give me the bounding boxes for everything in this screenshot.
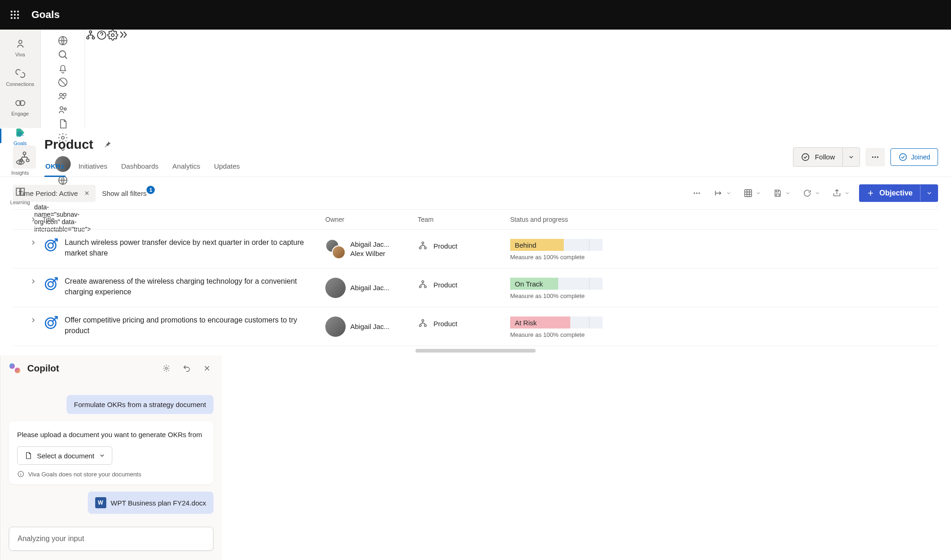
owner-avatar[interactable] <box>325 239 346 259</box>
progress-bar[interactable]: Behind <box>510 239 603 251</box>
insights-icon <box>14 156 26 168</box>
expand-row-icon[interactable] <box>30 239 38 246</box>
viva-icon <box>14 38 26 50</box>
team-small-icon <box>418 241 428 251</box>
horizontal-scrollbar[interactable] <box>415 349 536 353</box>
subnav-gear-icon[interactable] <box>107 30 118 128</box>
toolbar-more-icon[interactable] <box>689 185 705 201</box>
subnav-expand-icon[interactable] <box>118 30 128 128</box>
add-objective-button[interactable]: Objective <box>859 184 938 202</box>
joined-button[interactable]: Joined <box>890 148 938 166</box>
copilot-input[interactable]: Analyzing your input <box>9 527 213 551</box>
svg-point-12 <box>19 161 21 163</box>
svg-point-39 <box>696 193 697 194</box>
svg-point-57 <box>165 367 168 370</box>
objective-title[interactable]: Create awareness of the wireless chargin… <box>65 276 305 297</box>
tab-updates[interactable]: Updates <box>213 158 241 177</box>
toolbar-save-icon[interactable] <box>770 187 793 200</box>
table-row: Offer competitive pricing and promotions… <box>13 307 938 346</box>
svg-point-1 <box>14 11 16 12</box>
more-button[interactable] <box>866 148 885 166</box>
follow-label: Follow <box>815 153 835 161</box>
expand-row-icon[interactable] <box>30 278 38 285</box>
subnav-globe-icon[interactable] <box>52 35 74 46</box>
tab-initiatives[interactable]: Initiatives <box>78 158 109 177</box>
toolbar-grid-icon[interactable] <box>741 187 764 200</box>
add-objective-label: Objective <box>879 189 913 197</box>
progress-bar[interactable]: On Track <box>510 278 603 290</box>
show-all-filters[interactable]: Show all filters 1 <box>102 189 155 197</box>
plus-icon <box>866 189 875 197</box>
tab-analytics[interactable]: Analytics <box>171 158 201 177</box>
team-name[interactable]: Product <box>433 242 457 250</box>
rail-goals[interactable]: Goals <box>4 123 37 149</box>
svg-point-35 <box>874 156 876 158</box>
expand-row-icon[interactable] <box>30 317 38 324</box>
clear-filter-icon[interactable] <box>84 190 90 196</box>
select-document-button[interactable]: Select a document <box>17 446 112 465</box>
copilot-assistant-message: Please upload a document you want to gen… <box>17 430 205 440</box>
table-row: Launch wireless power transfer device by… <box>13 230 938 268</box>
rail-insights[interactable]: Insights <box>4 152 37 178</box>
tab-okrs[interactable]: OKRs <box>44 158 66 177</box>
rail-engage[interactable]: Engage <box>4 93 37 119</box>
subnav-help-icon[interactable] <box>96 30 107 128</box>
rail-connections[interactable]: Connections <box>4 64 37 90</box>
team-name[interactable]: Product <box>433 281 457 289</box>
page-tabs: OKRs Initiatives Dashboards Analytics Up… <box>44 158 241 177</box>
add-objective-dropdown[interactable] <box>920 185 938 201</box>
subnav-team-icon[interactable] <box>52 104 74 116</box>
owner-names: Abigail Jac... <box>350 283 390 292</box>
rail-label: Engage <box>12 111 29 116</box>
rail-viva[interactable]: Viva <box>4 34 37 60</box>
rail-learning[interactable]: Learning <box>4 182 37 208</box>
svg-point-44 <box>422 242 424 244</box>
objective-title[interactable]: Offer competitive pricing and promotions… <box>65 315 305 336</box>
svg-point-5 <box>17 14 19 16</box>
toolbar-expand-icon[interactable] <box>711 187 734 200</box>
svg-point-50 <box>419 286 421 288</box>
team-small-icon <box>418 280 428 290</box>
progress-bar[interactable]: At Risk <box>510 317 603 329</box>
svg-point-51 <box>424 286 426 288</box>
toolbar-refresh-icon[interactable] <box>800 187 823 200</box>
copilot-body: Formulate OKRs from a strategy document … <box>0 381 222 520</box>
subnav-people-icon[interactable] <box>52 91 74 102</box>
copilot-input-area: Analyzing your input <box>0 520 222 560</box>
copilot-title: Copilot <box>27 363 59 374</box>
svg-point-36 <box>877 156 878 158</box>
copilot-close-icon[interactable] <box>200 361 214 376</box>
owner-avatar[interactable] <box>325 317 346 337</box>
team-name[interactable]: Product <box>433 320 457 328</box>
col-team: Team <box>418 216 510 223</box>
subnav-bell-icon[interactable] <box>52 63 74 74</box>
pin-icon[interactable] <box>103 140 112 149</box>
copilot-logo-icon <box>8 361 22 375</box>
follow-button[interactable]: Follow <box>793 147 842 167</box>
owner-avatar[interactable] <box>325 278 346 298</box>
svg-rect-41 <box>744 190 751 197</box>
engage-icon <box>14 97 26 109</box>
info-icon <box>17 470 24 478</box>
follow-split-button: Follow <box>793 147 860 167</box>
objective-title[interactable]: Launch wireless power transfer device by… <box>65 237 305 258</box>
svg-point-14 <box>59 51 66 57</box>
app-launcher-icon[interactable] <box>6 6 24 24</box>
expand-all-icon[interactable] <box>30 216 37 223</box>
copilot-file-chip[interactable]: W WPT Business plan FY24.docx <box>88 492 213 514</box>
copilot-header: Copilot <box>0 355 222 381</box>
copilot-undo-icon[interactable] <box>179 361 194 376</box>
toolbar-share-icon[interactable] <box>829 187 853 200</box>
subnav-block-icon[interactable] <box>52 77 74 88</box>
follow-dropdown[interactable] <box>842 147 860 167</box>
learning-icon <box>14 186 26 198</box>
subnav-org2-icon[interactable] <box>85 30 96 128</box>
copilot-settings-icon[interactable] <box>159 361 174 376</box>
connections-icon <box>14 67 26 79</box>
svg-point-34 <box>872 156 873 158</box>
tab-dashboards[interactable]: Dashboards <box>120 158 159 177</box>
svg-point-4 <box>14 14 16 16</box>
copilot-user-message: Formulate OKRs from a strategy document <box>67 395 213 414</box>
subnav-search-icon[interactable] <box>52 49 74 60</box>
chevron-down-icon <box>99 452 105 459</box>
